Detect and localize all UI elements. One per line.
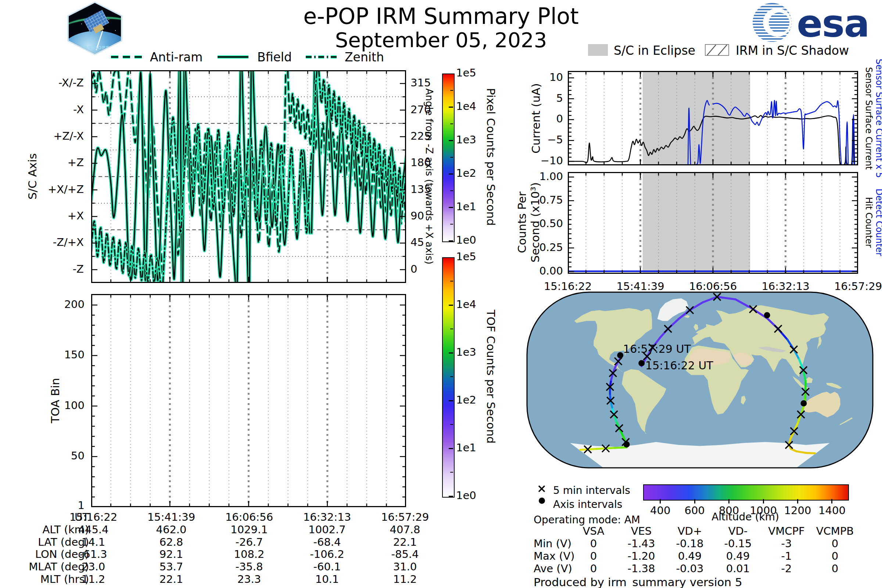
toa-bin-plot [91,294,406,507]
ephemeris-cell: 11.2 [57,573,130,585]
ephemeris-cell: -85.4 [368,548,442,560]
axis-interval-dot-marker [800,400,807,406]
ephemeris-cell: -26.7 [212,536,286,548]
eclipse-swatch-icon [588,44,608,56]
sc-axis-plot [91,70,406,283]
voltage-col-header: VCMPB [806,525,864,537]
counts-ylabel-1: Counts Per [515,192,528,253]
alt-cbar-tick-label: 1400 [810,504,854,517]
patch-mission-name: CASSIOPE [69,45,121,50]
ground-track-segment [606,448,615,448]
sc-right-tick-label: 180 [411,156,431,169]
ephemeris-cell: -106.2 [290,548,364,560]
pixel-colorbar-label: Pixel Counts per Second [484,88,498,226]
right-xtick-label: 15:16:22 [535,280,601,292]
ephemeris-cell: 462.0 [135,524,208,536]
tof-cbar-minortick [450,472,453,472]
ground-track-segment [805,453,815,453]
ground-track-segment [588,449,597,449]
pixel-cbar-minortick [450,224,453,225]
ephemeris-cell: 22.1 [135,573,208,585]
esa-globe-icon [753,3,792,42]
tof-cbar-tick [449,496,453,497]
footer-text: Produced by irm_summary version 5 [534,576,742,588]
tof-cbar-tick-label: 1e5 [456,250,476,263]
legend-antiram-line-icon [110,52,143,62]
tof-cbar-minortick [450,328,453,329]
ephemeris-cell: -35.8 [212,560,286,573]
tof-cbar-minortick [450,376,453,377]
ephemeris-cell: -61.3 [57,548,130,560]
toa-ytick-label: 50 [62,450,84,462]
current-right-label-blue: Sensor Surface Current x 5 [874,59,882,178]
altitude-colorbar [643,484,849,501]
tof-cbar-minortick [450,424,453,425]
sc-right-tick-label: 135 [411,183,431,195]
ephemeris-cell: 407.8 [368,524,442,536]
sc-axis-ylabel: S/C Axis [26,153,39,200]
toa-ytick-label: 100 [62,399,84,412]
current-ytick-label: −10 [537,154,563,167]
ephemeris-cell: 14.1 [57,536,130,548]
sc-right-tick-label: 0 [411,263,417,275]
counts-ytick-label: 0.25 [534,241,563,254]
tof-cbar-tick-label: 1e2 [456,394,476,406]
page-date: September 05, 2023 [335,28,547,52]
current-right-label-black: Sensor Surface Current [864,67,874,170]
ephemeris-cell: 108.2 [212,548,286,560]
ephemeris-cell: 1002.7 [290,524,364,536]
epop-irm-summary-page: CASSIOPE e-POP IRM Summary Plot Septembe… [0,0,882,588]
alt-cbar-tick [728,499,729,504]
toa-ytick-label: 1 [62,499,84,512]
ephemeris-cell: -60.1 [290,560,364,573]
ephemeris-cell: 10.1 [290,573,364,585]
counts-ytick-label: 0.75 [534,194,563,206]
ephemeris-cell: 16:06:56 [212,511,286,524]
pixel-cbar-tick-label: 1e4 [456,100,476,112]
counts-ytick-label: 0.50 [534,217,563,230]
pixel-cbar-tick-label: 1e1 [456,200,476,213]
tof-cbar-tick [449,352,453,354]
pixel-cbar-tick [449,207,453,208]
toa-ytick-label: 150 [62,348,84,361]
ephemeris-cell: 15:16:22 [57,511,130,524]
counts-ytick-label: 1.00 [534,170,563,183]
pixel-cbar-tick [449,140,453,141]
sc-right-tick-label: 45 [411,236,424,248]
tof-cbar-tick-label: 1e0 [456,489,476,502]
pixel-cbar-minortick [450,157,453,158]
current-ytick-label: 10 [537,71,563,83]
sc-right-tick-label: 270 [411,103,431,116]
axis-interval-dot-marker [617,352,623,358]
ephemeris-cell: 16:32:13 [290,511,364,524]
toa-ytick-label: 200 [62,298,84,310]
dot-marker-icon [539,498,545,504]
ephemeris-cell: -68.4 [290,536,364,548]
pixel-cbar-tick-label: 1e2 [456,167,476,179]
tof-cbar-tick-label: 1e4 [456,298,476,310]
right-xtick-label: 16:57:29 [825,280,882,292]
current-plot [568,71,858,165]
ephemeris-cell: 445.4 [57,524,130,536]
ephemeris-cell: 23.3 [212,573,286,585]
legend-antiram-label: Anti-ram [150,50,202,64]
voltage-cell: 0 [806,550,864,562]
current-ytick-label: 5 [537,92,563,104]
map-annotation: 16:57:29 UT [623,342,691,356]
shadow-legend-label: IRM in S/C Shadow [736,44,849,58]
ground-track-map: 16:57:29 UT15:16:22 UT [526,291,873,469]
sc-right-tick-label: 225 [411,130,431,142]
axis-interval-dot-marker [623,441,630,448]
tof-cbar-tick [449,400,453,401]
pixel-cbar-tick [449,106,453,108]
operating-mode: Operating mode: AM [534,514,640,526]
pixel-cbar-tick [449,240,453,242]
current-ytick-label: 0 [537,112,563,125]
pixel-colorbar [442,74,454,242]
ephemeris-cell: 31.0 [368,560,442,573]
esa-wordmark: esa [797,4,869,43]
tof-cbar-tick [449,304,453,306]
tof-cbar-tick [449,448,453,449]
counts-right-label-blue: Detect Counter [874,189,882,256]
counts-right-label-black: Hit Counter [864,197,874,248]
